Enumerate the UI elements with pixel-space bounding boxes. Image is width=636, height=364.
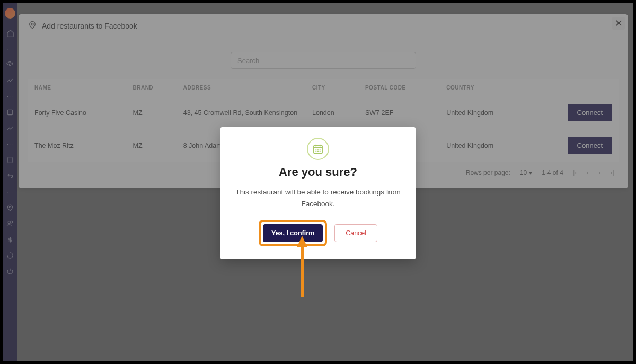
location-icon[interactable] — [6, 203, 14, 212]
close-icon: ✕ — [615, 17, 623, 29]
sidebar: ··· ··· ··· ··· — [3, 3, 17, 361]
device-icon[interactable] — [6, 156, 14, 164]
rows-per-page-select[interactable]: 10 ▾ — [520, 169, 532, 176]
col-brand: BRAND — [126, 79, 176, 96]
return-icon[interactable] — [6, 172, 14, 180]
chart-icon[interactable] — [6, 76, 14, 85]
search-input[interactable] — [231, 52, 416, 69]
chevron-down-icon: ▾ — [529, 169, 532, 176]
dots-icon-3[interactable]: ··· — [6, 140, 14, 148]
dots-icon-4[interactable]: ··· — [6, 188, 14, 196]
archive-icon[interactable] — [6, 108, 14, 117]
confirm-button[interactable]: Yes, I confirm — [263, 224, 323, 242]
prev-page-icon[interactable]: ‹ — [587, 168, 589, 176]
cell-postal: SW7 2EF — [359, 96, 440, 129]
cell-name: The Moz Ritz — [28, 129, 126, 162]
svg-rect-2 — [8, 157, 12, 163]
modal-title: Are you sure? — [235, 165, 401, 179]
next-page-icon[interactable]: › — [598, 168, 600, 176]
modal-text: This restaurant will be able to receive … — [235, 187, 401, 209]
first-page-icon[interactable]: |‹ — [573, 168, 577, 176]
settings-icon[interactable] — [6, 60, 14, 69]
dots-icon[interactable]: ··· — [6, 45, 14, 53]
location-pin-icon — [28, 21, 37, 31]
last-page-icon[interactable]: ›| — [610, 168, 614, 176]
app-logo[interactable] — [5, 8, 15, 19]
trend-icon[interactable] — [6, 124, 14, 132]
cell-brand: MZ — [126, 96, 176, 129]
cell-brand: MZ — [126, 129, 176, 162]
table-row: Forty Five Casino MZ 43, 45 Cromwell Rd,… — [28, 96, 619, 129]
confirm-modal: Are you sure? This restaurant will be ab… — [220, 127, 416, 259]
dots-icon-2[interactable]: ··· — [6, 92, 14, 101]
cell-city: London — [306, 96, 359, 129]
panel-header: Add restaurants to Facebook — [19, 14, 628, 37]
col-action — [531, 79, 619, 96]
rows-per-page-label: Rows per page: — [466, 169, 510, 176]
panel-title: Add restaurants to Facebook — [42, 22, 137, 30]
undo-icon[interactable] — [6, 251, 14, 260]
svg-point-6 — [31, 23, 33, 25]
col-address: ADDRESS — [177, 79, 306, 96]
cancel-button[interactable]: Cancel — [334, 224, 377, 242]
users-icon[interactable] — [6, 219, 14, 228]
cell-address: 43, 45 Cromwell Rd, South Kensington — [177, 96, 306, 129]
page-range: 1-4 of 4 — [542, 169, 563, 176]
calendar-icon — [307, 138, 329, 160]
svg-rect-1 — [7, 110, 12, 114]
power-icon[interactable] — [6, 267, 14, 276]
col-name: NAME — [28, 79, 126, 96]
table-header-row: NAME BRAND ADDRESS CITY POSTAL CODE COUN… — [28, 79, 619, 96]
connect-button[interactable]: Connect — [568, 137, 612, 154]
cell-country: United Kingdom — [440, 129, 531, 162]
cell-country: United Kingdom — [440, 96, 531, 129]
svg-point-5 — [11, 221, 13, 223]
highlight-annotation: Yes, I confirm — [259, 220, 327, 246]
search-wrap — [28, 47, 619, 79]
dollar-icon[interactable] — [6, 235, 14, 244]
home-icon[interactable] — [6, 29, 14, 37]
col-city: CITY — [306, 79, 359, 96]
modal-actions: Yes, I confirm Cancel — [235, 220, 401, 246]
svg-point-3 — [9, 206, 11, 208]
svg-point-4 — [8, 221, 10, 224]
close-button[interactable]: ✕ — [612, 17, 625, 30]
cell-name: Forty Five Casino — [28, 96, 126, 129]
col-postal: POSTAL CODE — [359, 79, 440, 96]
svg-point-0 — [9, 64, 11, 66]
connect-button[interactable]: Connect — [568, 104, 612, 121]
rows-per-page-value: 10 — [520, 169, 527, 176]
col-country: COUNTRY — [440, 79, 531, 96]
